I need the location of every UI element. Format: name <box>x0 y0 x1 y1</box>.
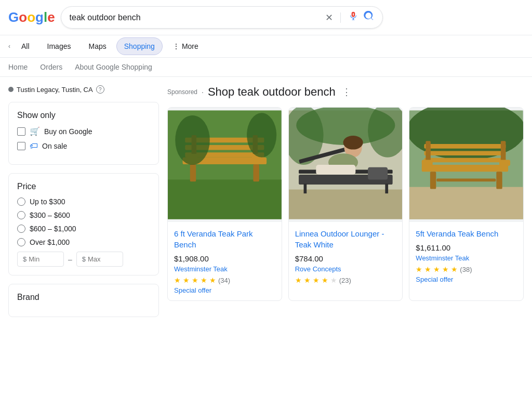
price-radio-2[interactable] <box>17 225 25 233</box>
logo-l: l <box>44 9 47 25</box>
product-seller-0[interactable]: Westminster Teak <box>174 265 275 273</box>
sub-nav: Home Orders About Google Shopping <box>0 58 532 77</box>
star-5: ★ <box>451 265 458 273</box>
sidebar: Tustin Legacy, Tustin, CA ? Show only 🛒 … <box>8 85 159 317</box>
price-title: Price <box>17 182 150 191</box>
price-max-input-container: $ <box>76 252 123 267</box>
product-image-0 <box>168 108 282 222</box>
divider-icon <box>340 12 341 23</box>
special-offer-0[interactable]: Special offer <box>174 286 275 294</box>
star-4: ★ <box>322 276 328 284</box>
on-sale-option[interactable]: 🏷 On sale <box>17 141 150 151</box>
buy-on-google-checkbox[interactable] <box>17 127 25 136</box>
max-currency: $ <box>82 255 86 263</box>
star-1: ★ <box>295 276 302 284</box>
product-stars-0: ★ ★ ★ ★ ★ (34) <box>174 276 275 284</box>
product-info-2: 5ft Veranda Teak Bench $1,611.00 Westmin… <box>409 222 523 290</box>
star-1: ★ <box>416 265 422 273</box>
location-bar: Tustin Legacy, Tustin, CA ? <box>8 85 159 94</box>
logo-g2: g <box>35 9 43 25</box>
product-stars-2: ★ ★ ★ ★ ★ (38) <box>416 265 517 273</box>
price-range: $ – $ <box>17 252 150 267</box>
on-sale-checkbox[interactable] <box>17 142 25 150</box>
svg-rect-15 <box>289 190 403 219</box>
search-input[interactable] <box>70 13 321 22</box>
buy-on-google-label: Buy on Google <box>44 127 92 136</box>
product-card-0[interactable]: 6 ft Veranda Teak Park Bench $1,908.00 W… <box>167 107 282 301</box>
product-info-0: 6 ft Veranda Teak Park Bench $1,908.00 W… <box>168 222 282 300</box>
shop-title: Shop teak outdoor bench <box>208 85 336 99</box>
products-more-menu-icon[interactable]: ⋮ <box>342 86 351 98</box>
price-radio-0[interactable] <box>17 198 25 206</box>
back-arrow: ‹ <box>8 43 10 50</box>
show-only-filter: Show only 🛒 Buy on Google 🏷 On sale <box>8 102 159 165</box>
svg-rect-24 <box>316 165 355 175</box>
product-card-1[interactable]: Linnea Outdoor Lounger - Teak White $784… <box>288 107 403 301</box>
svg-rect-42 <box>499 160 510 165</box>
svg-rect-34 <box>424 144 506 149</box>
price-min-input[interactable] <box>29 255 55 263</box>
price-300-600[interactable]: $300 – $600 <box>17 211 150 219</box>
sub-nav-home[interactable]: Home <box>8 63 28 71</box>
location-help-icon[interactable]: ? <box>96 85 104 94</box>
star-2: ★ <box>183 276 190 284</box>
tab-images[interactable]: Images <box>39 37 79 55</box>
sponsored-dot: · <box>202 88 204 96</box>
star-3: ★ <box>192 276 198 284</box>
product-seller-2[interactable]: Westminster Teak <box>416 254 517 262</box>
price-max-input[interactable] <box>88 255 114 263</box>
cart-icon: 🛒 <box>30 126 40 136</box>
main-content: Tustin Legacy, Tustin, CA ? Show only 🛒 … <box>0 77 532 325</box>
price-filter: Price Up to $300 $300 – $600 $600 – $1,0… <box>8 173 159 275</box>
logo-e: e <box>47 9 54 25</box>
price-over-1000[interactable]: Over $1,000 <box>17 238 150 246</box>
brand-filter: Brand <box>8 284 159 317</box>
star-4: ★ <box>442 265 449 273</box>
product-price-0: $1,908.00 <box>174 254 275 263</box>
tab-maps[interactable]: Maps <box>81 37 114 55</box>
tab-more[interactable]: ⋮ More <box>165 37 206 55</box>
mic-icon[interactable] <box>348 11 358 24</box>
buy-on-google-option[interactable]: 🛒 Buy on Google <box>17 126 150 136</box>
search-bar: ✕ <box>61 6 383 29</box>
star-5: ★ <box>330 276 337 284</box>
product-seller-1[interactable]: Rove Concepts <box>295 265 396 273</box>
svg-rect-36 <box>424 158 506 163</box>
star-4: ★ <box>201 276 207 284</box>
sub-nav-orders[interactable]: Orders <box>40 63 62 71</box>
price-600-1000[interactable]: $600 – $1,000 <box>17 225 150 233</box>
price-radio-3[interactable] <box>17 238 25 246</box>
svg-rect-39 <box>430 172 436 189</box>
tab-shopping[interactable]: Shopping <box>116 37 163 55</box>
svg-rect-40 <box>497 172 502 189</box>
svg-rect-26 <box>303 183 307 193</box>
more-dots: ⋮ <box>172 42 180 50</box>
product-info-1: Linnea Outdoor Lounger - Teak White $784… <box>289 222 403 293</box>
product-price-1: $784.00 <box>295 254 396 263</box>
search-button-icon[interactable] <box>364 11 374 24</box>
tab-all[interactable]: All <box>14 37 37 55</box>
sale-tag-icon: 🏷 <box>30 141 38 151</box>
products-area: Sponsored · Shop teak outdoor bench ⋮ <box>167 85 524 317</box>
price-label-0: Up to $300 <box>30 198 65 206</box>
svg-point-13 <box>247 113 276 158</box>
logo-g: G <box>8 9 18 25</box>
products-grid: 6 ft Veranda Teak Park Bench $1,908.00 W… <box>167 107 524 301</box>
svg-rect-6 <box>190 164 196 181</box>
svg-rect-35 <box>424 151 506 155</box>
price-radio-1[interactable] <box>17 211 25 219</box>
sub-nav-about[interactable]: About Google Shopping <box>75 63 152 71</box>
price-label-3: Over $1,000 <box>30 238 70 246</box>
svg-rect-41 <box>422 160 433 165</box>
price-up-to-300[interactable]: Up to $300 <box>17 198 150 206</box>
product-name-2[interactable]: 5ft Veranda Teak Bench <box>416 228 517 239</box>
star-2: ★ <box>304 276 311 284</box>
show-only-title: Show only <box>17 111 150 120</box>
product-name-1[interactable]: Linnea Outdoor Lounger - Teak White <box>295 228 396 250</box>
product-name-0[interactable]: 6 ft Veranda Teak Park Bench <box>174 228 275 250</box>
product-card-2[interactable]: 5ft Veranda Teak Bench $1,611.00 Westmin… <box>409 107 524 301</box>
product-price-2: $1,611.00 <box>416 243 517 252</box>
sponsored-header: Sponsored · Shop teak outdoor bench ⋮ <box>167 85 524 99</box>
special-offer-2[interactable]: Special offer <box>416 275 517 283</box>
clear-icon[interactable]: ✕ <box>325 12 333 23</box>
